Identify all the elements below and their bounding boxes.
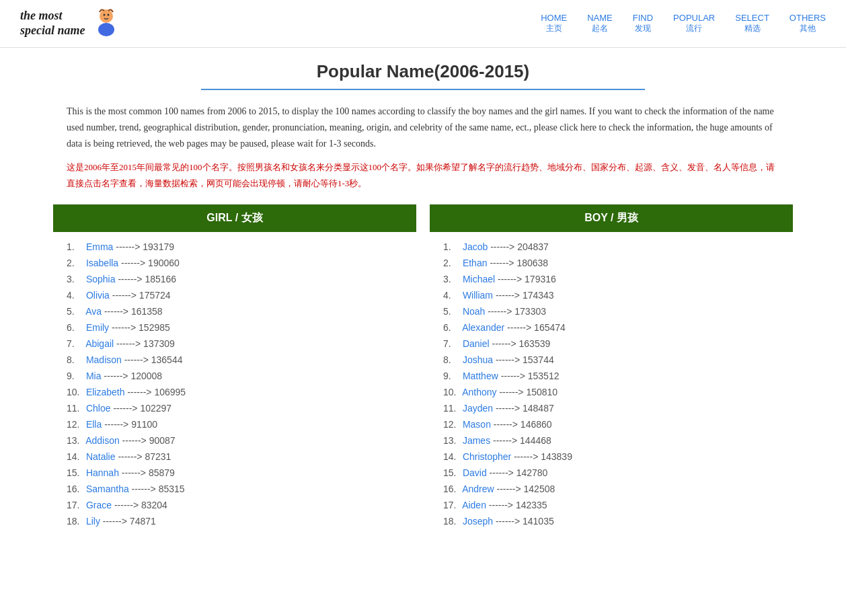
name-link[interactable]: James <box>463 435 490 446</box>
name-link[interactable]: Jayden <box>463 403 493 414</box>
boy-table: BOY / 男孩 1. Jacob ------> 2048372. Ethan… <box>430 204 793 536</box>
count: 150810 <box>526 387 557 397</box>
count: 204837 <box>517 241 549 252</box>
nav-others-bottom: 其他 <box>790 23 826 34</box>
rank-number: 12. <box>67 419 83 430</box>
name-link[interactable]: Grace <box>86 500 112 510</box>
arrow: ------> <box>496 290 520 301</box>
rank-number: 18. <box>67 516 83 527</box>
name-link[interactable]: Aiden <box>462 500 486 510</box>
nav-name[interactable]: NAME 起名 <box>587 13 613 34</box>
count: 106995 <box>154 387 186 397</box>
names-tables: GIRL / 女孩 1. Emma ------> 1931792. Isabe… <box>53 204 793 536</box>
rank-number: 17. <box>67 500 83 510</box>
site-header: the most special name HOME 主页 NAME 起名 FI… <box>0 0 846 48</box>
count: 102297 <box>140 403 171 414</box>
arrow: ------> <box>496 516 520 527</box>
name-link[interactable]: Addison <box>85 435 120 446</box>
name-link[interactable]: Anthony <box>462 387 496 397</box>
count: 85879 <box>149 467 175 478</box>
rank-number: 16. <box>67 484 83 494</box>
arrow: ------> <box>127 387 151 397</box>
arrow: ------> <box>496 354 520 365</box>
name-link[interactable]: Andrew <box>462 484 494 494</box>
rank-number: 16. <box>443 484 460 494</box>
description-zh: 这是2006年至2015年间最常见的100个名字。按照男孩名和女孩名来分类显示这… <box>53 159 793 191</box>
logo[interactable]: the most special name <box>20 7 123 40</box>
nav-find[interactable]: FIND 发现 <box>633 13 653 34</box>
list-item: 1. Emma ------> 193179 <box>67 239 403 255</box>
rank-number: 8. <box>443 354 460 365</box>
count: 180638 <box>516 258 548 268</box>
rank-number: 14. <box>443 451 460 462</box>
list-item: 4. Olivia ------> 175724 <box>67 287 403 303</box>
rank-number: 6. <box>443 322 460 333</box>
list-item: 9. Matthew ------> 153512 <box>443 368 779 384</box>
count: 120008 <box>130 371 162 381</box>
title-divider <box>201 89 645 90</box>
count: 153744 <box>523 354 554 365</box>
name-link[interactable]: Chloe <box>86 403 111 414</box>
name-link[interactable]: Joseph <box>463 516 493 527</box>
name-link[interactable]: Sophia <box>86 274 116 284</box>
arrow: ------> <box>118 451 142 462</box>
count: 141035 <box>523 516 554 527</box>
girl-table-header: GIRL / 女孩 <box>53 204 416 232</box>
name-link[interactable]: Emily <box>86 322 109 333</box>
list-item: 9. Mia ------> 120008 <box>67 368 403 384</box>
rank-number: 11. <box>67 403 83 414</box>
name-link[interactable]: Hannah <box>86 467 119 478</box>
name-link[interactable]: William <box>463 290 493 301</box>
name-link[interactable]: Mia <box>86 371 102 381</box>
rank-number: 9. <box>67 371 83 381</box>
list-item: 12. Ella ------> 91100 <box>67 416 403 432</box>
name-link[interactable]: Noah <box>463 306 485 317</box>
name-link[interactable]: Ella <box>86 419 102 430</box>
arrow: ------> <box>496 403 520 414</box>
arrow: ------> <box>501 371 525 381</box>
name-link[interactable]: Abigail <box>85 338 114 349</box>
rank-number: 4. <box>443 290 460 301</box>
name-link[interactable]: Daniel <box>463 338 490 349</box>
count: 174343 <box>523 290 554 301</box>
name-link[interactable]: Madison <box>86 354 122 365</box>
nav-home-top: HOME <box>541 13 567 23</box>
name-link[interactable]: Christopher <box>463 451 511 462</box>
nav-select-bottom: 精选 <box>735 23 769 34</box>
nav-select[interactable]: SELECT 精选 <box>735 13 769 34</box>
rank-number: 10. <box>67 387 83 397</box>
name-link[interactable]: Jacob <box>463 241 488 252</box>
rank-number: 3. <box>443 274 460 284</box>
name-link[interactable]: Elizabeth <box>86 387 125 397</box>
name-link[interactable]: Matthew <box>463 371 498 381</box>
count: 136544 <box>151 354 183 365</box>
list-item: 14. Christopher ------> 143839 <box>443 449 779 465</box>
arrow: ------> <box>490 258 514 268</box>
rank-number: 12. <box>443 419 460 430</box>
count: 190060 <box>148 258 180 268</box>
name-link[interactable]: Michael <box>463 274 495 284</box>
count: 87231 <box>145 451 171 462</box>
name-link[interactable]: Lily <box>86 516 100 527</box>
nav-home[interactable]: HOME 主页 <box>541 13 567 34</box>
name-link[interactable]: Ethan <box>463 258 488 268</box>
count: 142335 <box>516 500 547 510</box>
list-item: 13. James ------> 144468 <box>443 432 779 449</box>
nav-others[interactable]: OTHERS 其他 <box>790 13 826 34</box>
arrow: ------> <box>122 467 146 478</box>
name-link[interactable]: Emma <box>86 241 113 252</box>
name-link[interactable]: Olivia <box>86 290 110 301</box>
name-link[interactable]: David <box>463 467 487 478</box>
name-link[interactable]: Alexander <box>462 322 504 333</box>
name-link[interactable]: Mason <box>463 419 491 430</box>
arrow: ------> <box>490 241 514 252</box>
rank-number: 13. <box>67 435 83 446</box>
name-link[interactable]: Joshua <box>463 354 493 365</box>
name-link[interactable]: Natalie <box>86 451 116 462</box>
nav-popular[interactable]: POPULAR 流行 <box>673 13 715 34</box>
name-link[interactable]: Samantha <box>86 484 129 494</box>
list-item: 3. Michael ------> 179316 <box>443 271 779 287</box>
name-link[interactable]: Ava <box>85 306 102 317</box>
count: 142780 <box>516 467 548 478</box>
name-link[interactable]: Isabella <box>86 258 118 268</box>
